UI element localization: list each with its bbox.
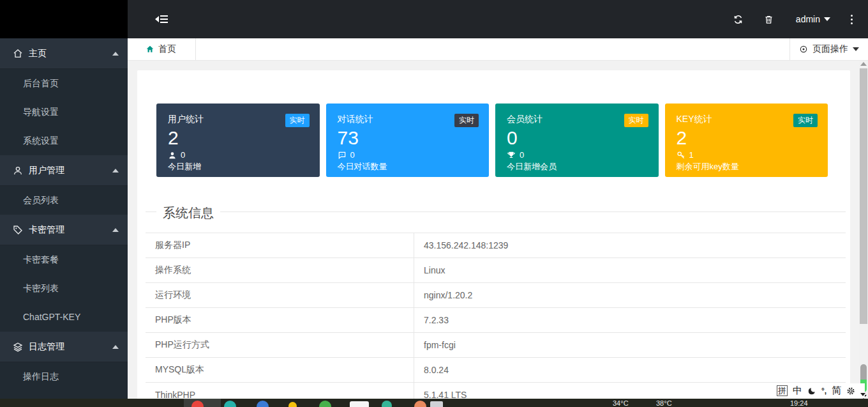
section-title: 系统信息 [156,204,220,222]
taskbar-app-icon[interactable] [382,401,392,407]
taskbar-temp2: 38°C [656,399,672,407]
menu-fold-icon[interactable] [155,15,168,23]
card-sublabel: 今日新增 [168,161,310,173]
row-label: MYSQL版本 [146,358,414,382]
content-panel: 用户统计 实时 2 0 今日新增 对话统计 实时 73 [137,70,850,399]
main-content: 用户统计 实时 2 0 今日新增 对话统计 实时 73 [128,61,859,399]
sidebar-item-home[interactable]: 主页 [0,38,128,69]
row-label: 运行环境 [146,283,414,307]
sidebar-subitem-nav-settings[interactable]: 导航设置 [0,98,128,127]
chevron-up-icon [112,228,119,232]
taskbar-app-icon[interactable] [224,401,236,407]
system-info-table: 服务器IP 43.156.242.148:1239 操作系统 Linux 运行环… [146,233,846,399]
scrollbar-thumb[interactable] [860,68,867,324]
taskbar-app-icon[interactable] [257,401,269,407]
realtime-badge: 实时 [285,114,310,127]
sidebar-item-cardkeys[interactable]: 卡密管理 [0,215,128,245]
sidebar-item-label: 卡密管理 [29,224,112,236]
ime-lang-toggle[interactable]: 中 [793,385,802,397]
taskbar-app-icon[interactable] [414,401,426,407]
ime-punct-toggle[interactable]: °, [821,387,827,395]
top-navbar: admin [128,0,868,38]
sidebar-subitem-card-packages[interactable]: 卡密套餐 [0,245,128,274]
sidebar-item-label: 主页 [29,48,112,59]
card-value: 73 [338,128,479,148]
user-icon [13,165,23,176]
page-actions-label: 页面操作 [812,43,848,55]
card-subvalue: 0 [520,150,524,160]
table-row: PHP版本 7.2.33 [146,308,846,333]
logo-area [0,0,128,38]
scroll-widget-gray[interactable] [860,364,867,380]
table-row: MYSQL版本 8.0.24 [146,358,846,383]
breadcrumb-home-tab[interactable]: 首页 [128,38,196,60]
key-icon [677,151,685,160]
more-vertical-icon[interactable] [842,15,862,24]
circle-dot-icon [799,45,808,54]
row-value: Linux [414,265,445,275]
realtime-badge: 实时 [624,114,648,127]
realtime-badge: 实时 [454,114,479,127]
sidebar-subitem-member-list[interactable]: 会员列表 [0,186,128,215]
keyboard-icon[interactable] [430,401,443,407]
taskbar-app-icon[interactable] [319,401,331,407]
layers-icon [13,342,23,352]
ime-language-bar: 拼 中 °, 简 [768,383,865,398]
stat-card-keys: KEY统计 实时 2 1 剩余可用key数量 [665,104,828,177]
stat-cards-row: 用户统计 实时 2 0 今日新增 对话统计 实时 73 [156,104,828,177]
card-value: 2 [168,128,310,148]
sidebar-subitem-system-settings[interactable]: 系统设置 [0,127,128,155]
chevron-down-icon [853,47,859,51]
moon-icon[interactable] [807,387,816,395]
navbar-actions: admin [723,14,868,24]
table-row: 运行环境 nginx/1.20.2 [146,283,846,308]
sidebar-item-label: 用户管理 [29,165,112,176]
row-value: nginx/1.20.2 [414,290,472,300]
sidebar-item-logs[interactable]: 日志管理 [0,332,128,362]
row-value: 43.156.242.148:1239 [414,240,508,250]
ime-charset-toggle[interactable]: 简 [832,385,841,397]
table-row: 服务器IP 43.156.242.148:1239 [146,233,846,258]
collapse-caret-icon[interactable] [860,393,865,396]
home-icon [13,49,23,59]
row-label: PHP运行方式 [146,333,414,357]
chevron-down-icon [824,17,830,21]
card-title: 用户统计 [168,114,204,125]
sidebar-item-label: 日志管理 [29,341,112,353]
sidebar-item-users[interactable]: 用户管理 [0,155,128,186]
stat-card-users: 用户统计 实时 2 0 今日新增 [156,104,320,177]
sidebar-subitem-chatgpt-key[interactable]: ChatGPT-KEY [0,303,128,332]
home-icon [146,45,154,54]
sidebar-submenu-users: 会员列表 [0,186,128,215]
sidebar-subitem-card-list[interactable]: 卡密列表 [0,274,128,303]
row-label: 服务器IP [146,233,414,257]
taskbar-app-icon[interactable] [350,401,369,407]
card-title: KEY统计 [677,114,712,125]
system-info-fieldset: 系统信息 [146,211,846,212]
table-row: 操作系统 Linux [146,258,846,283]
trash-icon[interactable] [754,15,784,24]
sidebar-submenu-cardkeys: 卡密套餐 卡密列表 ChatGPT-KEY [0,245,128,332]
page-actions-dropdown[interactable]: 页面操作 [789,38,868,60]
scrollbar [859,61,868,399]
trophy-icon [507,151,516,160]
sidebar-subitem-operation-log[interactable]: 操作日志 [0,362,128,391]
user-menu[interactable]: admin [784,14,842,24]
tag-icon [13,225,23,235]
row-value: 8.0.24 [414,365,449,375]
ime-pinyin-toggle[interactable]: 拼 [777,385,788,396]
chevron-up-icon [112,345,119,349]
card-sublabel: 剩余可用key数量 [677,161,818,173]
card-subvalue: 0 [181,150,185,160]
taskbar-clock[interactable]: 19:24 [790,399,808,407]
taskbar-app-icon[interactable] [288,402,297,407]
gear-icon[interactable] [846,387,855,395]
breadcrumb-label: 首页 [158,43,176,55]
scroll-up-arrow-icon[interactable] [860,62,867,66]
row-value: 5.1.41 LTS [414,390,467,399]
card-value: 2 [677,128,818,148]
taskbar: 34°C 38°C 19:24 [0,399,868,407]
sidebar: 主页 后台首页 导航设置 系统设置 用户管理 会员列表 卡密管理 卡密套餐 [0,0,128,399]
sidebar-subitem-dashboard[interactable]: 后台首页 [0,69,128,98]
refresh-icon[interactable] [723,15,754,24]
